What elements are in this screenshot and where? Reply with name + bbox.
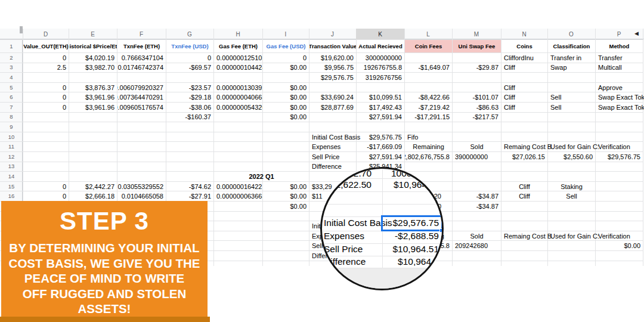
cell-O20[interactable]: Used for Gain C:: [548, 231, 595, 241]
cell-D15[interactable]: 0: [23, 182, 69, 191]
cell-M8[interactable]: -$217.57: [453, 113, 501, 122]
row-header-11[interactable]: 11: [0, 141, 23, 151]
column-header-K[interactable]: K: [356, 29, 404, 39]
cell-O2[interactable]: Transfer in: [548, 53, 595, 63]
row-header-8[interactable]: 8: [0, 112, 23, 122]
cell-H6[interactable]: 0.000000040663: [214, 92, 262, 102]
row-header-12[interactable]: 12: [0, 151, 23, 162]
cell-K2[interactable]: 3000000000: [357, 53, 404, 63]
cell-P21[interactable]: $0.00: [596, 241, 643, 250]
cell-N15[interactable]: Cliff: [501, 182, 547, 191]
cell-P1[interactable]: Method: [596, 40, 643, 52]
cell-N20[interactable]: Remaing Cost B: [501, 231, 547, 241]
cell-I16[interactable]: $0.00: [263, 191, 309, 201]
cell-H15[interactable]: 0.000000164221: [214, 182, 262, 191]
cell-L12[interactable]: 2,802,676,755.8: [405, 152, 452, 162]
cell-F16[interactable]: 0.0104665058: [117, 191, 166, 201]
cell-K6[interactable]: $10,099.51: [357, 92, 404, 102]
cell-E5[interactable]: $3,876.37: [69, 83, 117, 92]
cell-M20[interactable]: Sold: [453, 231, 501, 241]
cell-H2[interactable]: 0.000000125102: [214, 53, 262, 63]
cell-H14[interactable]: 2022 Q1: [214, 172, 309, 181]
cell-I15[interactable]: $0.00: [263, 182, 309, 191]
cell-K10[interactable]: $29,576.75: [357, 132, 404, 142]
cell-I17[interactable]: $0.00: [263, 202, 309, 211]
cell-M7[interactable]: -$86.63: [453, 103, 501, 112]
cell-D3[interactable]: 2.5: [23, 63, 69, 73]
cell-J4[interactable]: $29,576.75: [309, 73, 356, 82]
cell-M6[interactable]: -$101.07: [453, 92, 501, 102]
cell-E15[interactable]: $2,442.27: [69, 182, 117, 191]
cell-F3[interactable]: 0.01746742374: [117, 63, 166, 73]
cell-P5[interactable]: Approve: [596, 83, 643, 92]
cell-N1[interactable]: Coins: [501, 40, 547, 52]
cell-K11[interactable]: -$17,669.09: [357, 142, 404, 151]
cell-M17[interactable]: -$34.87: [453, 202, 501, 211]
cell-O11[interactable]: Used for Gain C:: [548, 142, 595, 151]
cell-G15[interactable]: -$74.62: [166, 182, 213, 191]
row-header-7[interactable]: 7: [0, 102, 23, 112]
cell-G6[interactable]: -$29.18: [166, 92, 213, 102]
cell-I7[interactable]: $0.00: [263, 103, 309, 112]
cell-M12[interactable]: 390000000: [453, 152, 501, 162]
cell-L10[interactable]: Fifo: [405, 132, 452, 142]
hidden-columns-indicator-icon[interactable]: ◀: [634, 30, 639, 36]
cell-M16[interactable]: -$34.87: [453, 191, 501, 201]
cell-N6[interactable]: Cliff: [501, 92, 547, 102]
cell-P12[interactable]: $29,576.75: [596, 152, 643, 162]
cell-M21[interactable]: 209242680: [453, 241, 501, 250]
row-header-1[interactable]: 1: [0, 39, 23, 52]
cell-K12[interactable]: $27,591.94: [357, 152, 404, 162]
cell-P6[interactable]: Swap Exact Toke: [596, 92, 643, 102]
cell-I2[interactable]: 0: [263, 53, 309, 63]
cell-J7[interactable]: $28,877.69: [309, 103, 356, 112]
cell-J2[interactable]: $19,620.00: [309, 53, 356, 63]
cell-D7[interactable]: 0: [23, 103, 69, 112]
cell-J1[interactable]: Transaction Value: [309, 40, 356, 52]
column-header-I[interactable]: I: [262, 29, 309, 39]
cell-D1[interactable]: Value_OUT(ETH): [23, 40, 69, 52]
cell-G7[interactable]: -$38.06: [166, 103, 213, 112]
cell-D16[interactable]: 0: [23, 191, 69, 201]
column-header-E[interactable]: E: [69, 29, 117, 39]
cell-F6[interactable]: 0.007364470291: [117, 92, 166, 102]
column-header-N[interactable]: N: [501, 29, 547, 39]
cell-L8[interactable]: -$17,291.15: [405, 113, 452, 122]
row-header-4[interactable]: 4: [0, 72, 23, 82]
cell-L1[interactable]: Coin Fees: [405, 40, 452, 52]
cell-J3[interactable]: $9,956.75: [309, 63, 356, 73]
row-header-6[interactable]: 6: [0, 92, 23, 102]
cell-M1[interactable]: Uni Swap Fee: [453, 40, 501, 52]
cell-O6[interactable]: Sell: [548, 92, 595, 102]
cell-E3[interactable]: $3,982.70: [69, 63, 117, 73]
row-header-15[interactable]: 15: [0, 181, 23, 191]
column-header-G[interactable]: G: [166, 29, 213, 39]
cell-H1[interactable]: Gas Fee (ETH): [214, 40, 262, 52]
cell-K3[interactable]: 192676755.8: [357, 63, 404, 73]
cell-G5[interactable]: -$23.57: [166, 83, 213, 92]
cell-G3[interactable]: -$69.57: [166, 63, 213, 73]
cell-P7[interactable]: Swap Exact Toke: [596, 103, 643, 112]
row-header-5[interactable]: 5: [0, 82, 23, 92]
cell-P3[interactable]: Multicall: [596, 63, 643, 73]
row-header-9[interactable]: 9: [0, 122, 23, 132]
cell-N7[interactable]: Cliff: [501, 103, 547, 112]
cell-F5[interactable]: 0.006079920327: [117, 83, 166, 92]
cell-I6[interactable]: $0.00: [263, 92, 309, 102]
cell-E1[interactable]: Historical $Price/Eth: [69, 40, 117, 52]
cell-O12[interactable]: $2,550.60: [548, 152, 595, 162]
cell-P2[interactable]: Transfer: [596, 53, 643, 63]
cell-E16[interactable]: $2,666.18: [69, 191, 117, 201]
cell-J11[interactable]: Expenses: [309, 142, 356, 151]
cell-K8[interactable]: $27,591.94: [357, 113, 404, 122]
cell-J12[interactable]: Sell Price: [309, 152, 356, 162]
cell-O1[interactable]: Classification: [548, 40, 595, 52]
cell-N12[interactable]: $27,026.15: [501, 152, 547, 162]
cell-E6[interactable]: $3,961.96: [69, 92, 117, 102]
cell-I1[interactable]: Gas Fee (USD): [263, 40, 309, 52]
cell-D5[interactable]: 0: [23, 83, 69, 92]
cell-N3[interactable]: Cliff: [501, 63, 547, 73]
cell-D2[interactable]: 0: [23, 53, 69, 63]
cell-G16[interactable]: -$27.91: [166, 191, 213, 201]
cell-K1[interactable]: Actual Recieved: [357, 40, 404, 52]
